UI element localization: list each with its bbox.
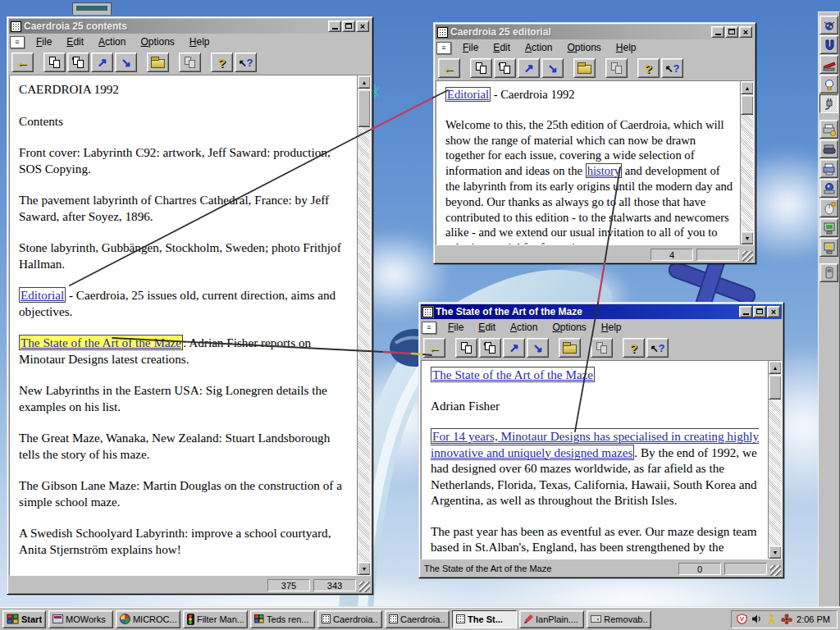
resize-grip[interactable] <box>742 251 753 262</box>
printer-tool-button[interactable] <box>819 159 838 178</box>
camera-tool-button[interactable] <box>819 179 838 198</box>
titlebar[interactable]: Caerdroia 25 contents × <box>9 19 371 34</box>
menu-edit[interactable]: Edit <box>60 34 90 49</box>
copy-button[interactable] <box>605 58 628 78</box>
scroll-up-button[interactable]: ▲ <box>769 361 782 374</box>
menu-options[interactable]: Options <box>134 34 180 49</box>
open-folder-button[interactable] <box>573 58 596 78</box>
link-back-button[interactable]: ↗ <box>518 58 540 78</box>
paste-page-button[interactable]: o <box>479 338 501 358</box>
menu-action[interactable]: Action <box>504 320 544 335</box>
link-back-button[interactable]: ↗ <box>503 338 525 358</box>
copy-button[interactable] <box>179 52 201 72</box>
maximize-button[interactable] <box>342 21 355 32</box>
resize-grip[interactable] <box>359 582 370 592</box>
scroll-down-button[interactable]: ▼ <box>741 231 754 244</box>
menu-action[interactable]: Action <box>92 34 132 49</box>
scroll-down-button[interactable]: ▼ <box>358 562 371 575</box>
handheld-tool-button[interactable] <box>819 263 838 282</box>
link-forward-button[interactable]: ↘ <box>115 52 137 72</box>
titlebar[interactable]: Caerdroia 25 editorial × <box>436 25 754 39</box>
open-folder-button[interactable] <box>147 52 169 72</box>
context-help-button[interactable]: ↖? <box>646 338 669 358</box>
desktop-icon-partial[interactable] <box>72 2 112 15</box>
history-link[interactable]: history <box>586 163 623 178</box>
task-caerdroia-1[interactable]: Caerdroia... <box>317 610 382 628</box>
exit-button[interactable]: ← <box>438 58 460 78</box>
menu-file[interactable]: File <box>441 320 470 335</box>
exit-button[interactable]: ← <box>11 52 34 72</box>
vertical-scrollbar[interactable]: ▲ ▼ <box>357 75 370 575</box>
menu-help[interactable]: Help <box>609 40 643 55</box>
terminal-yellow-tool-button[interactable] <box>819 238 838 257</box>
app-icon[interactable]: ≡ <box>436 42 451 54</box>
minimize-button[interactable] <box>328 21 341 32</box>
terminal-green-tool-button[interactable] <box>819 218 838 237</box>
scroll-thumb[interactable] <box>358 89 371 127</box>
editorial-link[interactable]: Editorial <box>19 287 66 303</box>
paste-page-button[interactable]: o <box>494 58 516 78</box>
antivirus-shield-icon[interactable]: V <box>737 614 747 624</box>
vertical-scrollbar[interactable]: ▲ ▼ <box>768 361 781 559</box>
exit-button[interactable]: ← <box>423 338 445 358</box>
titlebar[interactable]: The State of the Art of the Maze × <box>421 304 782 319</box>
editorial-link[interactable]: Editorial <box>445 87 491 102</box>
scanner-tool-button[interactable] <box>819 139 838 158</box>
plug-tool-button[interactable] <box>819 94 838 113</box>
task-microc[interactable]: MICROC... <box>116 610 180 628</box>
menu-file[interactable]: File <box>30 34 58 49</box>
scroll-down-button[interactable]: ▼ <box>769 546 782 559</box>
volume-icon[interactable] <box>751 614 762 624</box>
copy-page-button[interactable] <box>43 52 66 72</box>
resize-grip[interactable] <box>770 565 781 576</box>
print-money-tool-button[interactable] <box>819 120 838 139</box>
minimize-button[interactable] <box>739 306 752 317</box>
messenger-icon[interactable] <box>766 614 777 624</box>
scroll-thumb[interactable] <box>741 95 754 115</box>
task-the-state[interactable]: The St... <box>452 610 517 628</box>
help-button[interactable]: ? <box>637 58 660 78</box>
menu-action[interactable]: Action <box>518 40 559 55</box>
start-button[interactable]: Start <box>2 610 46 628</box>
menu-options[interactable]: Options <box>560 40 607 55</box>
mouse-tool-button[interactable] <box>819 199 838 217</box>
stapler-tool-button[interactable] <box>819 55 838 74</box>
state-of-art-link[interactable]: The State of the Art of the Maze <box>19 335 183 350</box>
menu-help[interactable]: Help <box>183 34 217 49</box>
minimize-button[interactable] <box>711 26 724 38</box>
scroll-up-button[interactable]: ▲ <box>741 81 754 94</box>
context-help-button[interactable]: ↖? <box>235 52 257 72</box>
link-back-button[interactable]: ↗ <box>91 52 113 72</box>
scroll-thumb[interactable] <box>769 375 782 399</box>
maximize-button[interactable] <box>753 306 766 317</box>
copy-page-button[interactable] <box>470 58 492 78</box>
close-button[interactable]: × <box>356 21 369 32</box>
link-forward-button[interactable]: ↘ <box>541 58 564 78</box>
copy-button[interactable] <box>591 338 613 358</box>
bug-tool-button[interactable] <box>819 16 838 34</box>
maximize-button[interactable] <box>725 26 738 38</box>
close-button[interactable]: × <box>739 26 752 38</box>
scroll-up-button[interactable]: ▲ <box>358 75 371 89</box>
task-ianplain[interactable]: IanPlain.... <box>519 610 584 628</box>
menu-help[interactable]: Help <box>595 320 628 335</box>
coil-tool-button[interactable] <box>819 35 838 54</box>
open-folder-button[interactable] <box>559 338 581 358</box>
lamp-tool-button[interactable] <box>819 75 838 94</box>
vertical-scrollbar[interactable]: ▲ ▼ <box>740 81 753 244</box>
task-caerdroia-2[interactable]: Caerdroia... <box>385 610 450 628</box>
task-moworks[interactable]: MOWorks <box>48 610 113 628</box>
context-help-button[interactable]: ↖? <box>661 58 683 78</box>
menu-file[interactable]: File <box>456 40 485 55</box>
help-button[interactable]: ? <box>623 338 645 358</box>
task-removable[interactable]: Removab... <box>587 610 651 628</box>
app-icon[interactable]: ≡ <box>422 322 436 334</box>
state-heading-link[interactable]: The State of the Art of the Maze <box>431 367 595 382</box>
app-icon[interactable]: ≡ <box>10 36 25 48</box>
menu-edit[interactable]: Edit <box>486 40 517 55</box>
clock[interactable]: 2:06 PM <box>797 614 830 624</box>
task-teds[interactable]: Teds ren... <box>250 610 315 628</box>
task-filter-manager[interactable]: Filter Man... <box>183 610 248 628</box>
menu-options[interactable]: Options <box>546 320 592 335</box>
close-button[interactable]: × <box>767 306 780 317</box>
